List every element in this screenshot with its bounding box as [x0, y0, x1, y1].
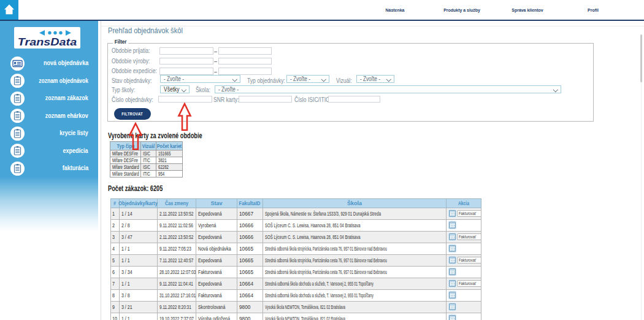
svg-text:TransData: TransData: [18, 37, 77, 48]
